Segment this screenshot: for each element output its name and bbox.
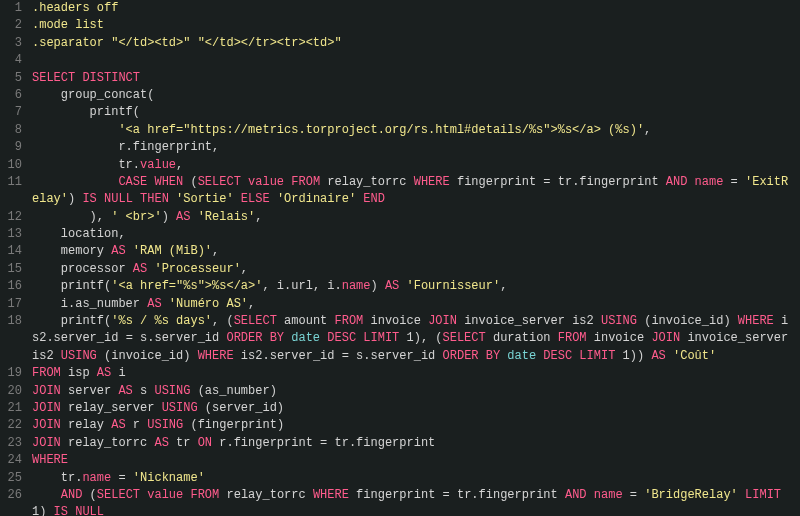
line-number: 8 [0,122,32,139]
token-ident: , [176,158,183,172]
token-ident [162,297,169,311]
token-ident: i.as_number [32,297,147,311]
code-line[interactable]: 17 i.as_number AS 'Numéro AS', [0,296,800,313]
token-ident: server [61,384,119,398]
code-line[interactable]: 23JOIN relay_torrc AS tr ON r.fingerprin… [0,435,800,452]
code-content[interactable]: FROM isp AS i [32,365,800,382]
code-line[interactable]: 15 processor AS 'Processeur', [0,261,800,278]
code-content[interactable]: tr.name = 'Nickname' [32,470,800,487]
code-content[interactable]: ), ' <br>') AS 'Relais', [32,209,800,226]
code-content[interactable]: '<a href="https://metrics.torproject.org… [32,122,800,139]
token-ident: duration [486,331,558,345]
code-line[interactable]: 25 tr.name = 'Nickname' [0,470,800,487]
code-line[interactable]: 22JOIN relay AS r USING (fingerprint) [0,417,800,434]
code-content[interactable]: JOIN relay_torrc AS tr ON r.fingerprint … [32,435,800,452]
token-kw: AND [666,175,688,189]
token-str: 'Processeur' [154,262,240,276]
code-editor[interactable]: 1.headers off2.mode list3.separator "</t… [0,0,800,516]
token-kw: DESC LIMIT [327,331,399,345]
token-ident [126,244,133,258]
code-content[interactable]: printf( [32,104,800,121]
code-content[interactable]: processor AS 'Processeur', [32,261,800,278]
code-line[interactable]: 24WHERE [0,452,800,469]
code-content[interactable]: .mode list [32,17,800,34]
code-line[interactable]: 3.separator "</td><td>" "</td></tr><tr><… [0,35,800,52]
code-line[interactable]: 11 CASE WHEN (SELECT value FROM relay_to… [0,174,800,209]
code-content[interactable]: location, [32,226,800,243]
code-content[interactable]: memory AS 'RAM (MiB)', [32,243,800,260]
code-line[interactable]: 21JOIN relay_server USING (server_id) [0,400,800,417]
token-ident: , ( [212,314,234,328]
line-number: 1 [0,0,32,17]
code-line[interactable]: 1.headers off [0,0,800,17]
token-ident: ) [162,210,176,224]
token-ident: r [126,418,148,432]
line-number: 17 [0,296,32,313]
token-kw: FROM [291,175,320,189]
token-kw: AS [111,418,125,432]
code-line[interactable]: 5SELECT DISTINCT [0,70,800,87]
token-kw: AS [154,436,168,450]
line-number: 16 [0,278,32,295]
token-str: 'Nickname' [133,471,205,485]
code-content[interactable]: printf('<a href="%s">%s</a>', i.url, i.n… [32,278,800,295]
token-ident: printf( [32,314,111,328]
code-content[interactable]: .separator "</td><td>" "</td></tr><tr><t… [32,35,800,52]
code-line[interactable]: 14 memory AS 'RAM (MiB)', [0,243,800,260]
token-kw: SELECT [234,314,277,328]
code-content[interactable]: printf('%s / %s days', (SELECT amount FR… [32,313,800,365]
code-line[interactable]: 18 printf('%s / %s days', (SELECT amount… [0,313,800,365]
code-content[interactable]: group_concat( [32,87,800,104]
code-line[interactable]: 26 AND (SELECT value FROM relay_torrc WH… [0,487,800,516]
code-content[interactable]: JOIN relay AS r USING (fingerprint) [32,417,800,434]
token-kw: USING [162,401,198,415]
code-content[interactable]: JOIN server AS s USING (as_number) [32,383,800,400]
token-ident: invoice [587,331,652,345]
token-str: 'RAM (MiB)' [133,244,212,258]
token-str: ' <br>' [111,210,161,224]
code-line[interactable]: 9 r.fingerprint, [0,139,800,156]
token-ident: relay_torrc [320,175,414,189]
token-kw: value [140,158,176,172]
token-kw: AND [565,488,587,502]
line-number: 24 [0,452,32,469]
code-content[interactable]: SELECT DISTINCT [32,70,800,87]
token-ident: relay_torrc [61,436,155,450]
token-kw: name [594,488,623,502]
code-content[interactable] [32,52,800,69]
code-content[interactable]: JOIN relay_server USING (server_id) [32,400,800,417]
token-kw: ORDER BY [443,349,501,363]
token-str: '<a href="%s">%s</a>' [111,279,262,293]
token-str: .mode list [32,18,104,32]
code-line[interactable]: 13 location, [0,226,800,243]
code-line[interactable]: 16 printf('<a href="%s">%s</a>', i.url, … [0,278,800,295]
code-content[interactable]: tr.value, [32,157,800,174]
code-line[interactable]: 4 [0,52,800,69]
token-kw: JOIN [32,384,61,398]
code-line[interactable]: 19FROM isp AS i [0,365,800,382]
token-str: '<a href="https://metrics.torproject.org… [118,123,644,137]
code-line[interactable]: 8 '<a href="https://metrics.torproject.o… [0,122,800,139]
code-content[interactable]: r.fingerprint, [32,139,800,156]
token-kw: SELECT [97,488,140,502]
code-content[interactable]: AND (SELECT value FROM relay_torrc WHERE… [32,487,800,516]
token-kw: AS [111,244,125,258]
code-line[interactable]: 10 tr.value, [0,157,800,174]
code-line[interactable]: 20JOIN server AS s USING (as_number) [0,383,800,400]
token-ident: (invoice_id) [97,349,198,363]
token-ident: tr.fingerprint [327,436,435,450]
code-line[interactable]: 6 group_concat( [0,87,800,104]
token-ident: , [241,262,248,276]
code-line[interactable]: 12 ), ' <br>') AS 'Relais', [0,209,800,226]
code-content[interactable]: i.as_number AS 'Numéro AS', [32,296,800,313]
token-ident: ( [183,175,197,189]
line-number: 15 [0,261,32,278]
code-content[interactable]: .headers off [32,0,800,17]
line-number: 18 [0,313,32,365]
token-ident: invoice_server is2 [457,314,601,328]
code-line[interactable]: 2.mode list [0,17,800,34]
token-op: = [118,471,125,485]
code-content[interactable]: CASE WHEN (SELECT value FROM relay_torrc… [32,174,800,209]
code-content[interactable]: WHERE [32,452,800,469]
code-line[interactable]: 7 printf( [0,104,800,121]
